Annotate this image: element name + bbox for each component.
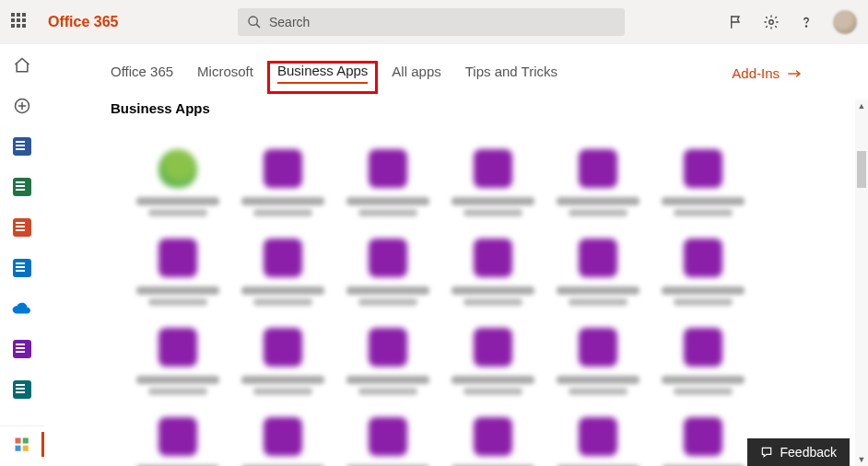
search-icon bbox=[247, 15, 262, 29]
app-tile-icon bbox=[369, 328, 407, 367]
app-tile-subtitle bbox=[463, 388, 522, 395]
app-tile[interactable] bbox=[335, 239, 440, 306]
app-tile-icon bbox=[684, 417, 722, 456]
app-tile[interactable] bbox=[230, 149, 335, 216]
app-tile[interactable] bbox=[230, 328, 335, 395]
app-tile[interactable] bbox=[545, 417, 651, 466]
app-tile[interactable] bbox=[335, 328, 440, 395]
app-tile-icon bbox=[579, 328, 617, 367]
vertical-scrollbar[interactable]: ▲ ▼ bbox=[855, 99, 868, 466]
tab-microsoft[interactable]: Microsoft bbox=[197, 64, 253, 83]
app-tile[interactable] bbox=[651, 149, 756, 216]
app-tile-title bbox=[346, 286, 429, 295]
app-tile-subtitle bbox=[253, 209, 312, 216]
app-tile-subtitle bbox=[569, 209, 628, 216]
search-placeholder: Search bbox=[269, 15, 310, 29]
app-tile-title bbox=[241, 197, 324, 205]
app-tile-title bbox=[136, 286, 219, 295]
app-launcher-icon[interactable] bbox=[11, 13, 29, 31]
gear-icon[interactable] bbox=[763, 14, 780, 30]
app-tile[interactable] bbox=[125, 149, 230, 216]
app-tile[interactable] bbox=[651, 417, 756, 466]
home-icon[interactable] bbox=[12, 55, 32, 76]
onenote-icon[interactable] bbox=[12, 339, 32, 359]
app-tile-subtitle bbox=[148, 209, 207, 216]
add-ins-link[interactable]: Add-Ins bbox=[732, 65, 802, 81]
app-tile[interactable] bbox=[651, 328, 756, 395]
tab-all-apps[interactable]: All apps bbox=[392, 64, 440, 83]
tab-office365[interactable]: Office 365 bbox=[111, 64, 173, 83]
apps-grid-container bbox=[44, 133, 855, 466]
app-tile-title bbox=[241, 376, 324, 384]
feedback-label: Feedback bbox=[780, 445, 837, 460]
app-tile[interactable] bbox=[230, 239, 335, 306]
apps-grid bbox=[44, 133, 855, 466]
app-tile-icon bbox=[369, 149, 407, 188]
app-tile-subtitle bbox=[358, 388, 417, 395]
scroll-thumb[interactable] bbox=[857, 151, 866, 188]
app-tile-subtitle bbox=[569, 298, 628, 306]
app-tile[interactable] bbox=[335, 417, 440, 466]
arrow-right-icon bbox=[787, 68, 802, 79]
app-tile[interactable] bbox=[440, 239, 545, 306]
main-area: Office 365 Microsoft Business Apps All a… bbox=[44, 44, 868, 466]
app-tile[interactable] bbox=[545, 328, 651, 395]
app-tile-subtitle bbox=[253, 388, 312, 395]
scroll-up-icon[interactable]: ▲ bbox=[855, 99, 868, 112]
create-icon[interactable] bbox=[12, 96, 32, 116]
app-tile-title bbox=[452, 376, 534, 384]
excel-icon[interactable] bbox=[12, 177, 32, 197]
feedback-button[interactable]: Feedback bbox=[747, 438, 850, 466]
search-input[interactable]: Search bbox=[238, 8, 625, 36]
app-tile-icon bbox=[264, 239, 302, 277]
app-tile[interactable] bbox=[440, 417, 545, 466]
app-tile-title bbox=[557, 376, 639, 384]
app-tile-icon bbox=[158, 328, 197, 367]
app-tile[interactable] bbox=[125, 239, 230, 306]
app-tile-subtitle bbox=[358, 298, 417, 306]
svg-point-3 bbox=[805, 26, 806, 27]
app-tile-icon bbox=[684, 328, 722, 367]
app-tile-icon bbox=[158, 239, 197, 277]
feedback-icon bbox=[760, 446, 773, 459]
section-title: Business Apps bbox=[44, 87, 868, 123]
scroll-down-icon[interactable]: ▼ bbox=[855, 453, 868, 466]
word-icon[interactable] bbox=[12, 136, 32, 157]
app-tile[interactable] bbox=[335, 149, 440, 216]
app-tile-icon bbox=[369, 417, 407, 456]
all-apps-icon[interactable] bbox=[0, 425, 44, 462]
svg-line-1 bbox=[256, 24, 260, 28]
outlook-icon[interactable] bbox=[12, 258, 32, 278]
app-tile[interactable] bbox=[125, 417, 230, 466]
tab-business-apps[interactable]: Business Apps bbox=[277, 63, 368, 84]
app-tile[interactable] bbox=[545, 149, 651, 216]
flag-icon[interactable] bbox=[728, 14, 745, 30]
app-tile-icon bbox=[264, 149, 302, 188]
app-tile[interactable] bbox=[440, 328, 545, 395]
top-bar: Office 365 Search bbox=[0, 0, 868, 44]
app-tile-title bbox=[557, 286, 639, 295]
powerpoint-icon[interactable] bbox=[12, 217, 32, 238]
avatar[interactable] bbox=[833, 10, 857, 34]
app-tile[interactable] bbox=[651, 239, 756, 306]
app-tile-title bbox=[662, 286, 745, 295]
app-tile-icon bbox=[579, 149, 617, 188]
app-tile-title bbox=[662, 376, 745, 384]
app-tile-title bbox=[241, 286, 324, 295]
onedrive-icon[interactable] bbox=[12, 298, 32, 319]
app-tile[interactable] bbox=[545, 239, 651, 306]
app-tile[interactable] bbox=[440, 149, 545, 216]
app-tile-subtitle bbox=[463, 209, 522, 216]
svg-rect-10 bbox=[23, 445, 29, 450]
tab-tips[interactable]: Tips and Tricks bbox=[465, 64, 557, 83]
app-tile[interactable] bbox=[125, 328, 230, 395]
app-tile-icon bbox=[474, 417, 512, 456]
app-tile-icon bbox=[474, 239, 512, 277]
help-icon[interactable] bbox=[798, 14, 815, 30]
tabs-row: Office 365 Microsoft Business Apps All a… bbox=[44, 44, 868, 87]
app-tile[interactable] bbox=[230, 417, 335, 466]
app-tile-subtitle bbox=[463, 298, 522, 306]
app-tile-title bbox=[136, 376, 219, 384]
sharepoint-icon[interactable] bbox=[12, 379, 32, 400]
app-tile-title bbox=[662, 197, 745, 205]
